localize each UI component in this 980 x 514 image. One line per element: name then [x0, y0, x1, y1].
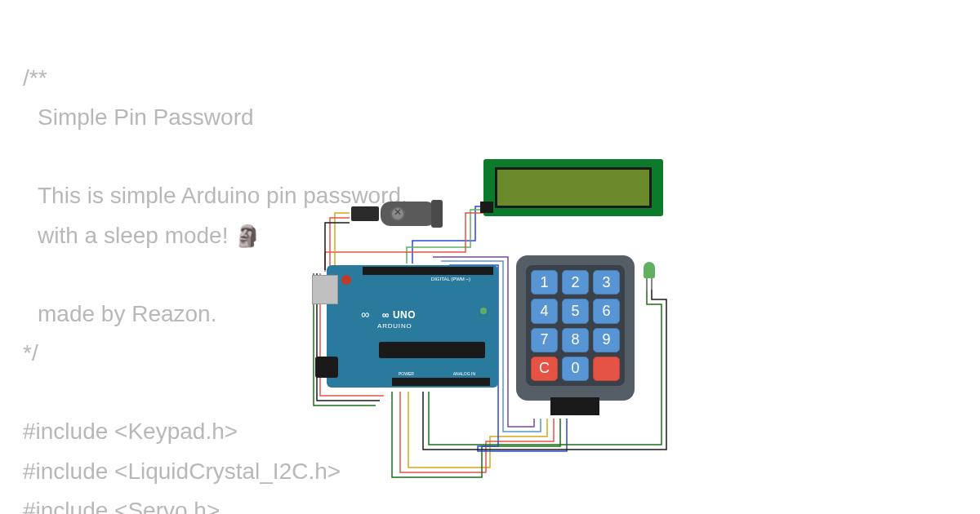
power-analog-header [392, 378, 490, 386]
board-label: ∞ UNO [382, 309, 416, 321]
digital-label: DIGITAL (PWM ~) [431, 277, 470, 281]
keypad-key-enter[interactable] [593, 357, 620, 381]
servo-mount [431, 200, 443, 228]
green-led[interactable] [644, 262, 655, 278]
keypad-key-3[interactable]: 3 [593, 270, 620, 295]
usb-port-icon [312, 275, 338, 304]
board-sublabel: ARDUINO [377, 322, 412, 330]
barrel-jack-icon [315, 357, 338, 378]
keypad-grid: 1 2 3 4 5 6 7 8 9 C 0 [526, 265, 625, 386]
servo-connector [351, 206, 379, 221]
lcd-screen [495, 167, 652, 208]
keypad-key-0[interactable]: 0 [562, 357, 589, 381]
keypad-pin-header [550, 397, 599, 415]
keypad-key-7[interactable]: 7 [531, 328, 558, 352]
code-line: /** [23, 59, 408, 98]
digital-pin-header [363, 267, 493, 275]
lcd-pin-header [480, 202, 493, 213]
keypad-key-clear[interactable]: C [531, 357, 558, 381]
reset-button-icon [341, 275, 351, 285]
keypad-key-2[interactable]: 2 [562, 270, 589, 295]
keypad-key-5[interactable]: 5 [562, 299, 589, 323]
servo-motor[interactable] [351, 198, 433, 231]
code-line: #include <Servo.h> [23, 491, 408, 514]
keypad-key-4[interactable]: 4 [531, 299, 558, 323]
led-anode [646, 278, 648, 290]
moai-emoji: 🗿 [234, 224, 261, 248]
keypad-3x4[interactable]: 1 2 3 4 5 6 7 8 9 C 0 [516, 255, 635, 401]
keypad-key-6[interactable]: 6 [593, 299, 620, 323]
power-led-icon [480, 308, 487, 314]
servo-gear-icon [390, 206, 405, 221]
led-cathode [651, 278, 653, 290]
keypad-key-9[interactable]: 9 [593, 328, 620, 352]
servo-body [381, 202, 436, 226]
keypad-key-1[interactable]: 1 [531, 270, 558, 295]
circuit-diagram[interactable]: ∞ ∞ UNO ARDUINO DIGITAL (PWM ~) POWER AN… [302, 159, 678, 485]
arduino-uno-board[interactable]: ∞ ∞ UNO ARDUINO DIGITAL (PWM ~) POWER AN… [327, 265, 498, 388]
power-label: POWER [399, 371, 414, 376]
lcd-16x2[interactable] [483, 159, 663, 216]
analog-label: ANALOG IN [453, 371, 475, 376]
arduino-logo-icon: ∞ [361, 308, 369, 321]
keypad-key-8[interactable]: 8 [562, 328, 589, 352]
atmega-chip-icon [379, 342, 485, 358]
code-line: Simple Pin Password [23, 98, 408, 137]
